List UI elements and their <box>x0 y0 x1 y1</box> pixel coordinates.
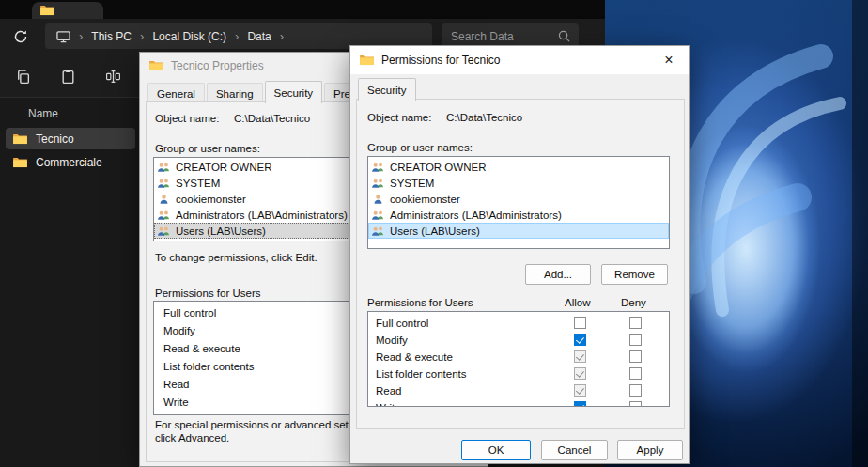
users-group-icon <box>157 210 171 221</box>
group-name: SYSTEM <box>390 178 434 189</box>
copy-icon <box>15 69 31 85</box>
deny-checkbox-read-execute[interactable] <box>629 350 642 363</box>
permissions-dialog-titlebar: Permissions for Tecnico <box>350 46 689 74</box>
users-group-icon <box>371 178 385 189</box>
permissions-label: Permissions for Users <box>367 297 473 308</box>
users-group-icon <box>157 162 171 173</box>
dialog-title: Tecnico Properties <box>171 59 264 72</box>
permission-label: Read <box>368 385 402 397</box>
group-name: Administrators (LAB\Administrators) <box>390 210 562 221</box>
group-list-label: Group or user names: <box>155 143 260 154</box>
copy-button[interactable] <box>6 61 39 91</box>
users-group-icon <box>371 162 385 173</box>
file-name: Commerciale <box>36 156 102 169</box>
refresh-icon <box>13 29 28 44</box>
group-list-item[interactable]: SYSTEM <box>368 175 669 191</box>
group-list: CREATOR OWNER SYSTEM cookiemonster Admin… <box>367 156 670 249</box>
permission-row-read: Read <box>368 382 669 399</box>
group-list-item[interactable]: Users (LAB\Users) <box>368 223 669 239</box>
group-name: cookiemonster <box>176 194 246 205</box>
close-icon: × <box>664 52 673 69</box>
folder-icon <box>40 5 54 16</box>
group-list-item[interactable]: CREATOR OWNER <box>368 159 669 175</box>
file-row-tecnico[interactable]: Tecnico <box>6 128 135 149</box>
allow-checkbox-full-control[interactable] <box>574 317 586 329</box>
permission-row-list-folder-contents: List folder contents <box>368 366 669 382</box>
users-group-icon <box>157 178 171 189</box>
breadcrumb-separator: › <box>235 29 239 43</box>
advanced-hint-line2: click Advanced. <box>155 432 229 444</box>
group-name: CREATOR OWNER <box>176 162 271 173</box>
allow-checkbox-read <box>574 384 586 397</box>
object-name-label: Object name: <box>367 112 431 123</box>
deny-checkbox-list-folder-contents[interactable] <box>629 367 642 380</box>
allow-checkbox-modify[interactable] <box>574 334 586 346</box>
deny-checkbox-full-control[interactable] <box>629 317 642 329</box>
this-pc-icon <box>56 30 70 43</box>
tab-sharing[interactable]: Sharing <box>207 83 263 103</box>
permission-label: Write <box>368 402 401 407</box>
single-user-icon <box>371 194 385 205</box>
close-button[interactable]: × <box>650 47 688 73</box>
deny-checkbox-write[interactable] <box>629 401 642 407</box>
tab-general[interactable]: General <box>147 83 205 103</box>
breadcrumb-separator: › <box>79 29 83 43</box>
single-user-icon <box>157 194 171 205</box>
users-group-icon <box>157 226 171 237</box>
add-button[interactable]: Add... <box>525 264 591 285</box>
search-icon <box>557 29 571 43</box>
file-list-pane: Name Tecnico Commerciale <box>0 98 139 467</box>
explorer-tab[interactable] <box>32 2 103 19</box>
permission-label: Modify <box>368 335 408 346</box>
permission-label: List folder contents <box>368 368 467 380</box>
deny-checkbox-modify[interactable] <box>629 334 642 346</box>
edit-hint: To change permissions, click Edit. <box>155 252 318 263</box>
allow-checkbox-read-execute <box>574 350 586 363</box>
column-header-name[interactable]: Name <box>28 107 58 120</box>
refresh-button[interactable] <box>9 25 32 48</box>
rename-icon <box>105 69 121 85</box>
tab-security[interactable]: Security <box>358 78 416 101</box>
permission-row-full-control: Full control <box>368 315 669 332</box>
allow-checkbox-write[interactable] <box>574 401 586 407</box>
explorer-tab-strip <box>0 0 605 19</box>
permission-row-modify: Modify <box>368 332 669 349</box>
paste-button[interactable] <box>51 61 85 91</box>
permission-row-write: Write <box>368 399 669 407</box>
permissions-dialog: Permissions for Tecnico × Security Objec… <box>349 45 690 464</box>
screen-right-edge <box>852 0 868 467</box>
breadcrumb-local-disk-c[interactable]: Local Disk (C:) <box>152 30 226 43</box>
users-group-icon <box>371 210 385 221</box>
rename-button[interactable] <box>96 61 130 91</box>
permissions-table: Full control Modify Read & execute List … <box>367 311 670 407</box>
advanced-hint-line1: For special permissions or advanced sett… <box>155 419 365 430</box>
search-input[interactable] <box>451 30 557 43</box>
folder-icon <box>13 133 27 145</box>
breadcrumb-data[interactable]: Data <box>247 30 271 43</box>
apply-button[interactable]: Apply <box>617 440 683 460</box>
permission-label: Read & execute <box>368 351 453 363</box>
group-list-item[interactable]: cookiemonster <box>368 191 669 207</box>
deny-checkbox-read[interactable] <box>629 384 642 397</box>
group-list-label: Group or user names: <box>367 142 473 153</box>
permission-label: Full control <box>368 318 428 329</box>
group-name: Administrators (LAB\Administrators) <box>176 210 348 221</box>
remove-button[interactable]: Remove <box>601 264 668 285</box>
group-name: CREATOR OWNER <box>390 162 486 173</box>
breadcrumb-this-pc[interactable]: This PC <box>91 30 132 43</box>
ok-button[interactable]: OK <box>461 440 531 460</box>
allow-checkbox-list-folder-contents <box>574 367 586 380</box>
permissions-label: Permissions for Users <box>155 288 260 299</box>
file-row-commerciale[interactable]: Commerciale <box>6 151 135 173</box>
folder-icon <box>360 54 374 66</box>
folder-icon <box>13 157 27 168</box>
allow-column-header: Allow <box>565 297 590 308</box>
deny-column-header: Deny <box>621 297 646 308</box>
group-list-item[interactable]: Administrators (LAB\Administrators) <box>368 207 669 223</box>
cancel-button[interactable]: Cancel <box>541 440 608 460</box>
permissions-tabs: Security <box>358 78 418 101</box>
breadcrumb-separator: › <box>280 29 284 43</box>
permission-row-read-execute: Read & execute <box>368 349 669 366</box>
dialog-title: Permissions for Tecnico <box>381 54 501 67</box>
tab-security[interactable]: Security <box>265 81 323 103</box>
